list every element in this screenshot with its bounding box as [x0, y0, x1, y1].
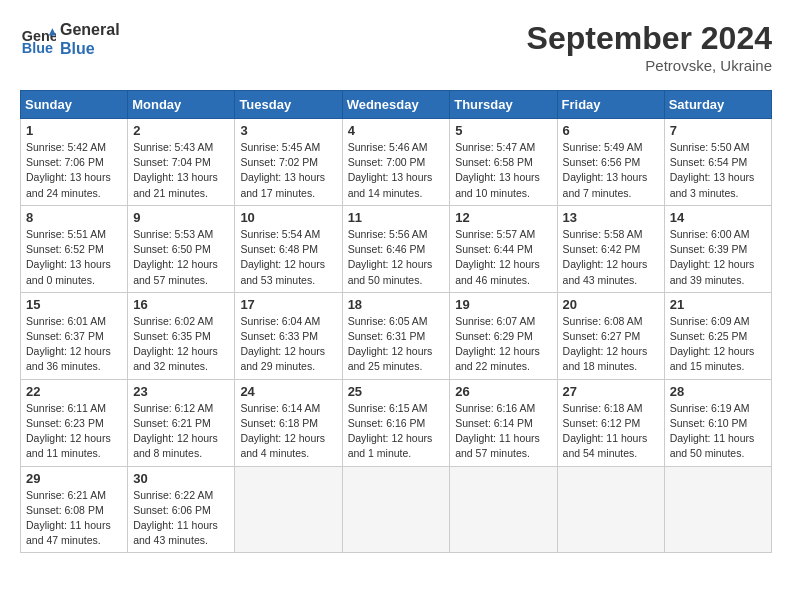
day-info: Sunrise: 5:47 AM Sunset: 6:58 PM Dayligh… — [455, 140, 551, 201]
calendar-day: 14Sunrise: 6:00 AM Sunset: 6:39 PM Dayli… — [664, 205, 771, 292]
calendar-day — [450, 466, 557, 553]
calendar-day: 8Sunrise: 5:51 AM Sunset: 6:52 PM Daylig… — [21, 205, 128, 292]
day-info: Sunrise: 6:22 AM Sunset: 6:06 PM Dayligh… — [133, 488, 229, 549]
day-number: 21 — [670, 297, 766, 312]
day-info: Sunrise: 6:02 AM Sunset: 6:35 PM Dayligh… — [133, 314, 229, 375]
day-number: 20 — [563, 297, 659, 312]
calendar-day: 22Sunrise: 6:11 AM Sunset: 6:23 PM Dayli… — [21, 379, 128, 466]
calendar-day — [235, 466, 342, 553]
day-info: Sunrise: 5:54 AM Sunset: 6:48 PM Dayligh… — [240, 227, 336, 288]
calendar-day — [557, 466, 664, 553]
calendar-day: 13Sunrise: 5:58 AM Sunset: 6:42 PM Dayli… — [557, 205, 664, 292]
col-tuesday: Tuesday — [235, 91, 342, 119]
col-wednesday: Wednesday — [342, 91, 450, 119]
day-info: Sunrise: 6:01 AM Sunset: 6:37 PM Dayligh… — [26, 314, 122, 375]
day-number: 1 — [26, 123, 122, 138]
logo-text: General Blue — [60, 20, 120, 58]
day-number: 8 — [26, 210, 122, 225]
day-info: Sunrise: 6:21 AM Sunset: 6:08 PM Dayligh… — [26, 488, 122, 549]
calendar-day: 25Sunrise: 6:15 AM Sunset: 6:16 PM Dayli… — [342, 379, 450, 466]
day-number: 4 — [348, 123, 445, 138]
calendar-day: 4Sunrise: 5:46 AM Sunset: 7:00 PM Daylig… — [342, 119, 450, 206]
calendar-day: 5Sunrise: 5:47 AM Sunset: 6:58 PM Daylig… — [450, 119, 557, 206]
day-number: 27 — [563, 384, 659, 399]
calendar-day: 24Sunrise: 6:14 AM Sunset: 6:18 PM Dayli… — [235, 379, 342, 466]
col-monday: Monday — [128, 91, 235, 119]
day-number: 30 — [133, 471, 229, 486]
month-title: September 2024 — [527, 20, 772, 57]
day-number: 19 — [455, 297, 551, 312]
calendar-day: 19Sunrise: 6:07 AM Sunset: 6:29 PM Dayli… — [450, 292, 557, 379]
calendar-day: 23Sunrise: 6:12 AM Sunset: 6:21 PM Dayli… — [128, 379, 235, 466]
day-number: 29 — [26, 471, 122, 486]
logo: General Blue General Blue — [20, 20, 120, 58]
day-info: Sunrise: 5:42 AM Sunset: 7:06 PM Dayligh… — [26, 140, 122, 201]
title-block: September 2024 Petrovske, Ukraine — [527, 20, 772, 74]
day-number: 18 — [348, 297, 445, 312]
day-info: Sunrise: 6:15 AM Sunset: 6:16 PM Dayligh… — [348, 401, 445, 462]
calendar-day: 29Sunrise: 6:21 AM Sunset: 6:08 PM Dayli… — [21, 466, 128, 553]
day-info: Sunrise: 6:04 AM Sunset: 6:33 PM Dayligh… — [240, 314, 336, 375]
day-number: 23 — [133, 384, 229, 399]
day-number: 22 — [26, 384, 122, 399]
calendar-day: 28Sunrise: 6:19 AM Sunset: 6:10 PM Dayli… — [664, 379, 771, 466]
calendar-day: 11Sunrise: 5:56 AM Sunset: 6:46 PM Dayli… — [342, 205, 450, 292]
day-info: Sunrise: 5:51 AM Sunset: 6:52 PM Dayligh… — [26, 227, 122, 288]
col-sunday: Sunday — [21, 91, 128, 119]
day-number: 10 — [240, 210, 336, 225]
day-number: 26 — [455, 384, 551, 399]
week-row-1: 1Sunrise: 5:42 AM Sunset: 7:06 PM Daylig… — [21, 119, 772, 206]
svg-text:Blue: Blue — [22, 41, 53, 57]
week-row-4: 22Sunrise: 6:11 AM Sunset: 6:23 PM Dayli… — [21, 379, 772, 466]
day-number: 17 — [240, 297, 336, 312]
week-row-2: 8Sunrise: 5:51 AM Sunset: 6:52 PM Daylig… — [21, 205, 772, 292]
day-info: Sunrise: 5:49 AM Sunset: 6:56 PM Dayligh… — [563, 140, 659, 201]
calendar-day: 20Sunrise: 6:08 AM Sunset: 6:27 PM Dayli… — [557, 292, 664, 379]
day-info: Sunrise: 5:53 AM Sunset: 6:50 PM Dayligh… — [133, 227, 229, 288]
calendar-day: 26Sunrise: 6:16 AM Sunset: 6:14 PM Dayli… — [450, 379, 557, 466]
day-number: 14 — [670, 210, 766, 225]
calendar-day: 27Sunrise: 6:18 AM Sunset: 6:12 PM Dayli… — [557, 379, 664, 466]
day-number: 25 — [348, 384, 445, 399]
calendar-day: 21Sunrise: 6:09 AM Sunset: 6:25 PM Dayli… — [664, 292, 771, 379]
page-header: General Blue General Blue September 2024… — [20, 20, 772, 74]
calendar-day: 3Sunrise: 5:45 AM Sunset: 7:02 PM Daylig… — [235, 119, 342, 206]
day-number: 12 — [455, 210, 551, 225]
col-friday: Friday — [557, 91, 664, 119]
day-number: 5 — [455, 123, 551, 138]
day-number: 15 — [26, 297, 122, 312]
day-info: Sunrise: 5:45 AM Sunset: 7:02 PM Dayligh… — [240, 140, 336, 201]
calendar-day: 16Sunrise: 6:02 AM Sunset: 6:35 PM Dayli… — [128, 292, 235, 379]
calendar-day: 1Sunrise: 5:42 AM Sunset: 7:06 PM Daylig… — [21, 119, 128, 206]
day-info: Sunrise: 6:11 AM Sunset: 6:23 PM Dayligh… — [26, 401, 122, 462]
day-number: 24 — [240, 384, 336, 399]
calendar-day: 15Sunrise: 6:01 AM Sunset: 6:37 PM Dayli… — [21, 292, 128, 379]
day-number: 13 — [563, 210, 659, 225]
day-number: 16 — [133, 297, 229, 312]
calendar-table: Sunday Monday Tuesday Wednesday Thursday… — [20, 90, 772, 553]
day-info: Sunrise: 6:00 AM Sunset: 6:39 PM Dayligh… — [670, 227, 766, 288]
calendar-day: 6Sunrise: 5:49 AM Sunset: 6:56 PM Daylig… — [557, 119, 664, 206]
calendar-day: 30Sunrise: 6:22 AM Sunset: 6:06 PM Dayli… — [128, 466, 235, 553]
day-info: Sunrise: 6:19 AM Sunset: 6:10 PM Dayligh… — [670, 401, 766, 462]
week-row-5: 29Sunrise: 6:21 AM Sunset: 6:08 PM Dayli… — [21, 466, 772, 553]
day-info: Sunrise: 6:07 AM Sunset: 6:29 PM Dayligh… — [455, 314, 551, 375]
day-info: Sunrise: 6:14 AM Sunset: 6:18 PM Dayligh… — [240, 401, 336, 462]
calendar-day: 10Sunrise: 5:54 AM Sunset: 6:48 PM Dayli… — [235, 205, 342, 292]
day-number: 2 — [133, 123, 229, 138]
day-number: 6 — [563, 123, 659, 138]
day-number: 11 — [348, 210, 445, 225]
day-number: 28 — [670, 384, 766, 399]
col-saturday: Saturday — [664, 91, 771, 119]
day-info: Sunrise: 6:08 AM Sunset: 6:27 PM Dayligh… — [563, 314, 659, 375]
calendar-day — [664, 466, 771, 553]
calendar-day: 9Sunrise: 5:53 AM Sunset: 6:50 PM Daylig… — [128, 205, 235, 292]
day-info: Sunrise: 5:58 AM Sunset: 6:42 PM Dayligh… — [563, 227, 659, 288]
day-number: 7 — [670, 123, 766, 138]
calendar-day: 7Sunrise: 5:50 AM Sunset: 6:54 PM Daylig… — [664, 119, 771, 206]
calendar-day: 12Sunrise: 5:57 AM Sunset: 6:44 PM Dayli… — [450, 205, 557, 292]
day-info: Sunrise: 5:50 AM Sunset: 6:54 PM Dayligh… — [670, 140, 766, 201]
day-info: Sunrise: 5:46 AM Sunset: 7:00 PM Dayligh… — [348, 140, 445, 201]
day-info: Sunrise: 6:12 AM Sunset: 6:21 PM Dayligh… — [133, 401, 229, 462]
logo-icon: General Blue — [20, 21, 56, 57]
